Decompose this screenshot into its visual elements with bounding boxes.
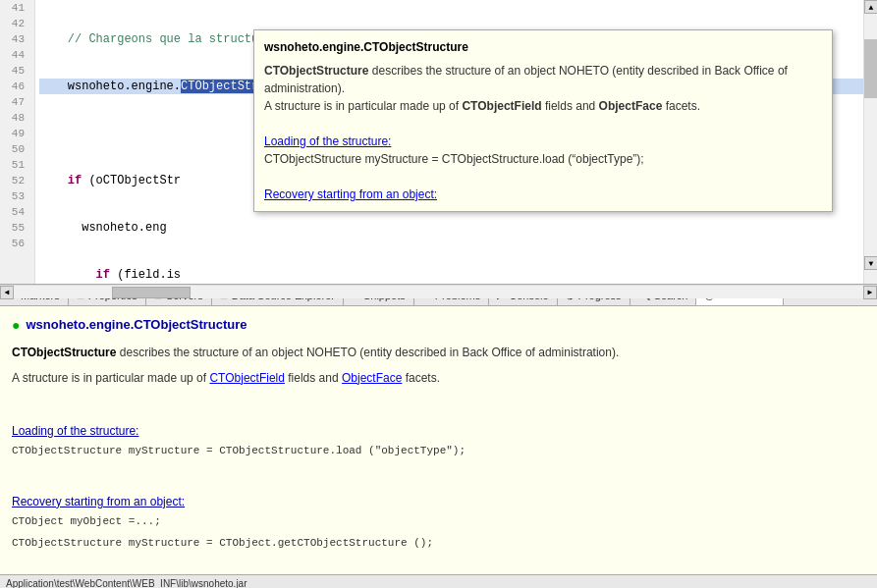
javadoc-description-2: A structure is in particular made up of … [12, 369, 865, 388]
scroll-down-arrow[interactable]: ▼ [864, 256, 877, 270]
hscroll-thumb[interactable] [112, 287, 191, 298]
horizontal-scrollbar[interactable]: ◀ ▶ [0, 285, 877, 298]
line-numbers: 41 42 43 44 45 46 47 48 49 50 51 52 53 5… [0, 0, 35, 284]
scroll-thumb[interactable] [864, 39, 877, 98]
code-line-46: if (field.is [39, 267, 877, 283]
class-name-bold: CTObjectStructure [12, 346, 116, 359]
objectface-link[interactable]: ObjectFace [342, 371, 402, 385]
description-text: describes the structure of an object NOH… [116, 346, 619, 359]
code-line-45: wsnoheto.eng [39, 220, 877, 236]
section-recovery-title[interactable]: Recovery starting from an object: [12, 493, 865, 511]
scroll-up-arrow[interactable]: ▲ [864, 0, 877, 14]
hscroll-track[interactable] [14, 286, 863, 298]
tooltip-body: CTObjectStructure describes the structur… [264, 62, 822, 203]
status-text: Application\test\WebContent\WEB_INF\lib\… [6, 578, 247, 588]
editor-wrapper: 41 42 43 44 45 46 47 48 49 50 51 52 53 5… [0, 0, 877, 285]
section-loading-title[interactable]: Loading of the structure: [12, 422, 865, 441]
section-recovery-code2: CTObjectStructure myStructure = CTObject… [12, 535, 865, 553]
hscroll-right-arrow[interactable]: ▶ [863, 286, 877, 299]
javadoc-class-title: ● wsnoheto.engine.CTObjectStructure [12, 314, 865, 336]
javadoc-class-name: wsnoheto.engine.CTObjectStructure [26, 315, 247, 336]
code-editor[interactable]: 41 42 43 44 45 46 47 48 49 50 51 52 53 5… [0, 0, 877, 285]
status-bar: Application\test\WebContent\WEB_INF\lib\… [0, 574, 877, 588]
tooltip-title: wsnoheto.engine.CTObjectStructure [264, 38, 822, 56]
ctobjectfield-link[interactable]: CTObjectField [209, 371, 284, 385]
section-recovery-code1: CTObject myObject =...; [12, 513, 865, 531]
vertical-scrollbar[interactable]: ▼ ▲ [863, 0, 877, 284]
hscroll-left-arrow[interactable]: ◀ [0, 286, 14, 299]
section-loading-code: CTObjectStructure myStructure = CTObject… [12, 443, 865, 460]
class-icon: ● [12, 314, 20, 336]
javadoc-panel: ● wsnoheto.engine.CTObjectStructure CTOb… [0, 306, 877, 574]
javadoc-description-1: CTObjectStructure describes the structur… [12, 344, 865, 362]
javadoc-tooltip: wsnoheto.engine.CTObjectStructure CTObje… [253, 29, 833, 212]
javadoc-content: ● wsnoheto.engine.CTObjectStructure CTOb… [0, 306, 877, 574]
